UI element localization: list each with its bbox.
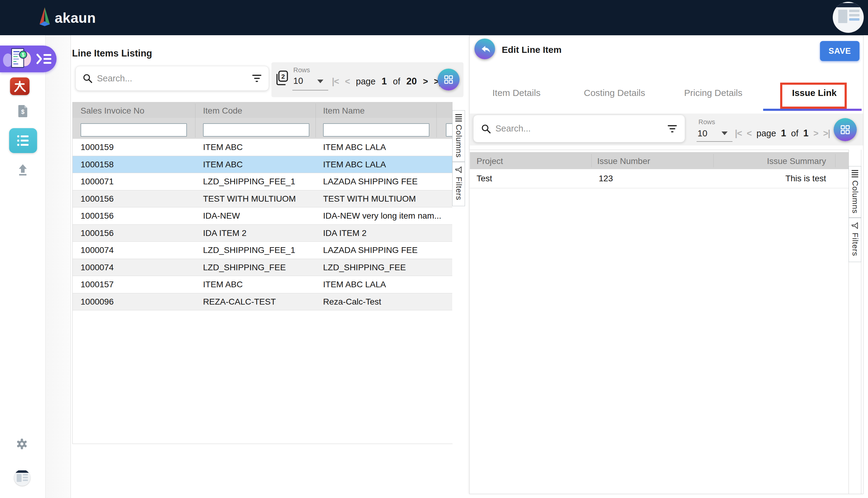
columns-side-tab[interactable]: Columns bbox=[452, 110, 465, 162]
table-row[interactable]: 1000074 LZD_SHIPPING_FEE_1 LAZADA SHIPPI… bbox=[73, 242, 452, 259]
upload-button[interactable] bbox=[16, 163, 30, 177]
columns-icon bbox=[455, 114, 462, 121]
of-word: of bbox=[393, 77, 400, 87]
table-row[interactable]: 1000159 ITEM ABC ITEM ABC LALA bbox=[73, 139, 452, 156]
search-icon bbox=[82, 73, 93, 83]
issue-link-search bbox=[473, 115, 685, 142]
page-word: page bbox=[356, 77, 376, 87]
filter-input-extra[interactable] bbox=[446, 123, 452, 137]
table-row[interactable]: 1000157 ITEM ABC ITEM ABC LALA bbox=[73, 276, 452, 293]
back-button[interactable] bbox=[474, 39, 495, 59]
col-header-item-code[interactable]: Item Code bbox=[203, 106, 242, 116]
table-filter-row bbox=[73, 118, 452, 139]
col-header-issue-number[interactable]: Issue Number bbox=[597, 156, 650, 166]
pages-count-icon[interactable]: 2 bbox=[275, 70, 290, 86]
layout-grid-button[interactable] bbox=[438, 69, 460, 91]
tab-item-details[interactable]: Item Details bbox=[492, 88, 540, 98]
columns-side-tab[interactable]: Columns bbox=[848, 166, 861, 218]
cell-code: ITEM ABC bbox=[203, 139, 243, 156]
cell-code: REZA-CALC-TEST bbox=[203, 293, 276, 310]
filter-input-sales-invoice-no[interactable] bbox=[80, 123, 187, 137]
settings-button[interactable] bbox=[15, 437, 28, 451]
rows-per-page-label: Rows bbox=[293, 66, 310, 74]
app-icon-red-da[interactable] bbox=[10, 77, 29, 95]
da-character-icon bbox=[13, 80, 27, 93]
search-input[interactable] bbox=[495, 123, 667, 134]
col-header-sales-invoice-no[interactable]: Sales Invoice No bbox=[80, 106, 144, 116]
app-icon-billing-doc[interactable]: $ bbox=[16, 104, 29, 118]
svg-text:2: 2 bbox=[281, 73, 285, 80]
issue-table-row[interactable]: Test 123 This is test bbox=[470, 169, 848, 188]
cell-name: LAZADA SHIPPING FEE bbox=[323, 173, 418, 190]
app-icon-line-items[interactable] bbox=[9, 128, 37, 153]
list-icon bbox=[15, 133, 31, 148]
cell-invoice: 1000074 bbox=[80, 259, 114, 276]
tab-pricing-details[interactable]: Pricing Details bbox=[684, 88, 742, 98]
cell-issue-summary: This is test bbox=[785, 169, 826, 188]
cell-code: LZD_SHIPPING_FEE bbox=[203, 259, 286, 276]
search-input[interactable] bbox=[97, 74, 252, 83]
filters-side-tab[interactable]: Filters bbox=[848, 218, 861, 262]
issue-table-header: Project Issue Number Issue Summary bbox=[470, 152, 848, 169]
table-row[interactable]: 1000071 LZD_SHIPPING_FEE_1 LAZADA SHIPPI… bbox=[73, 173, 452, 191]
table-row-selected[interactable]: 1000158 ITEM ABC ITEM ABC LALA bbox=[73, 156, 452, 173]
cell-project: Test bbox=[476, 169, 492, 188]
panel-title: Edit Line Item bbox=[502, 45, 562, 55]
top-navbar: akaun bbox=[0, 0, 868, 35]
cell-name: ITEM ABC LALA bbox=[323, 139, 386, 156]
cell-name: IDA-NEW very long item nam... bbox=[323, 207, 445, 224]
total-pages: 20 bbox=[406, 76, 417, 87]
first-page-button[interactable]: |< bbox=[332, 77, 339, 87]
table-row[interactable]: 1000096 REZA-CALC-TEST Reza-Calc-Test bbox=[73, 293, 452, 311]
columns-icon bbox=[852, 170, 858, 177]
table-row[interactable]: 1000156 IDA-NEW IDA-NEW very long item n… bbox=[73, 207, 452, 225]
collapse-menu-icon bbox=[36, 52, 53, 66]
table-row[interactable]: 1000156 IDA ITEM 2 IDA ITEM 2 bbox=[73, 225, 452, 242]
cell-invoice: 1000159 bbox=[80, 139, 114, 156]
edit-line-item-panel: Edit Line Item SAVE Item Details Costing… bbox=[469, 35, 864, 494]
sidebar-avatar[interactable] bbox=[14, 470, 30, 486]
prev-page-button[interactable]: < bbox=[747, 129, 752, 139]
filters-side-tab[interactable]: Filters bbox=[452, 162, 465, 206]
filter-icon[interactable] bbox=[252, 75, 262, 82]
col-header-issue-summary[interactable]: Issue Summary bbox=[767, 156, 826, 166]
receipt-illustration-icon: $ bbox=[2, 47, 33, 70]
columns-tab-label: Columns bbox=[850, 180, 860, 214]
next-page-button[interactable]: > bbox=[423, 77, 427, 87]
cell-invoice: 1000096 bbox=[80, 293, 114, 310]
akaun-logo-icon bbox=[37, 7, 53, 27]
rows-dropdown-arrow[interactable] bbox=[317, 80, 323, 83]
rows-dropdown-arrow[interactable] bbox=[722, 131, 728, 135]
table-row[interactable]: 1000156 TEST WITH MULTIUOM TEST WITH MUL… bbox=[73, 191, 452, 208]
prev-page-button[interactable]: < bbox=[345, 77, 350, 87]
next-page-button[interactable]: > bbox=[813, 129, 818, 139]
first-page-button[interactable]: |< bbox=[735, 129, 742, 139]
cell-invoice: 1000074 bbox=[80, 242, 114, 259]
filter-icon[interactable] bbox=[667, 125, 677, 132]
active-app-switcher[interactable]: $ bbox=[0, 45, 56, 72]
layout-grid-button[interactable] bbox=[834, 118, 857, 141]
cell-name: TEST WITH MULTIUOM bbox=[323, 191, 416, 207]
table-row[interactable]: 1000074 LZD_SHIPPING_FEE LZD_SHIPPING_FE… bbox=[73, 259, 452, 276]
tab-costing-details[interactable]: Costing Details bbox=[584, 88, 645, 98]
rows-per-page-value[interactable]: 10 bbox=[698, 129, 707, 139]
save-button[interactable]: SAVE bbox=[820, 41, 859, 61]
svg-text:$: $ bbox=[21, 108, 24, 115]
filter-input-item-code[interactable] bbox=[203, 123, 309, 137]
col-header-item-name[interactable]: Item Name bbox=[323, 106, 365, 116]
listing-pagination: |< < page 1 of 20 > >| bbox=[332, 76, 441, 87]
rows-per-page-label: Rows bbox=[699, 118, 715, 126]
last-page-button[interactable]: >| bbox=[823, 129, 830, 139]
filters-tab-label: Filters bbox=[850, 233, 860, 256]
cell-code: IDA ITEM 2 bbox=[203, 225, 246, 241]
cell-name: IDA ITEM 2 bbox=[323, 225, 367, 241]
rows-per-page-value[interactable]: 10 bbox=[293, 76, 303, 86]
cell-invoice: 1000071 bbox=[80, 173, 114, 190]
user-avatar[interactable] bbox=[833, 2, 864, 33]
filter-input-item-name[interactable] bbox=[323, 123, 430, 137]
col-header-project[interactable]: Project bbox=[476, 156, 503, 166]
gear-icon bbox=[15, 437, 28, 451]
cell-code: LZD_SHIPPING_FEE_1 bbox=[203, 173, 295, 190]
cell-code: TEST WITH MULTIUOM bbox=[203, 191, 296, 207]
cell-code: ITEM ABC bbox=[203, 276, 243, 293]
